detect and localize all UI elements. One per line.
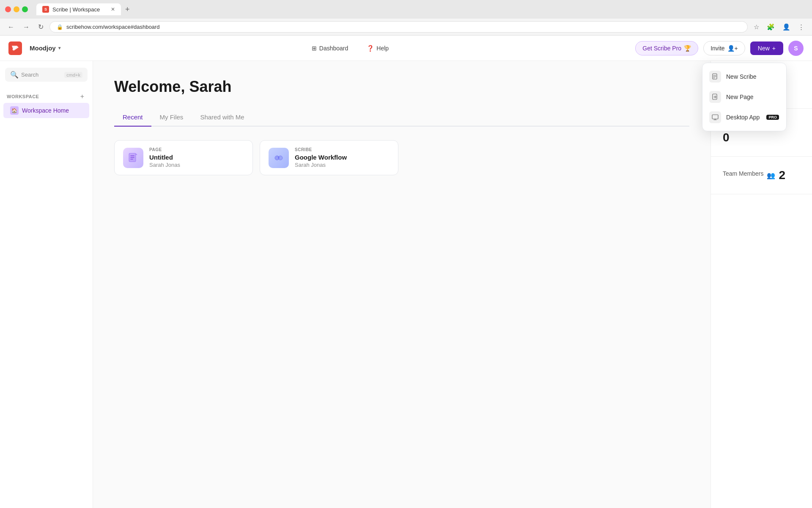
- scribe-card-author: Sarah Jonas: [295, 162, 390, 168]
- refresh-button[interactable]: ↻: [36, 21, 46, 33]
- invite-label: Invite: [710, 45, 724, 52]
- add-workspace-item-btn[interactable]: +: [79, 92, 86, 101]
- maximize-window-btn[interactable]: [22, 6, 28, 12]
- scribe-card-name: Google Workflow: [295, 154, 390, 161]
- tab-favicon: S: [42, 6, 49, 13]
- page-card-icon: [123, 148, 143, 168]
- help-nav-item[interactable]: ❓ Help: [362, 42, 393, 54]
- invite-button[interactable]: Invite 👤+: [703, 41, 745, 55]
- tab-my-files[interactable]: My Files: [151, 109, 192, 127]
- tab-title: Scribe | Workspace: [52, 6, 100, 13]
- tab-recent-label: Recent: [123, 113, 143, 121]
- user-avatar[interactable]: S: [788, 41, 804, 56]
- scribe-file-icon: [273, 152, 285, 164]
- nav-actions: ☆ 🧩 👤 ⋮: [751, 22, 807, 33]
- new-btn-label: New: [758, 45, 770, 52]
- browser-navigation: ← → ↻ 🔒 scribehow.com/workspace#dashboar…: [0, 19, 812, 35]
- person-add-icon: 👤+: [727, 45, 738, 52]
- page-card-type: PAGE: [149, 147, 244, 152]
- dashboard-nav-label: Dashboard: [319, 45, 348, 52]
- workspace-home-label: Workspace Home: [22, 107, 69, 114]
- files-grid: PAGE Untitled Sarah Jonas: [114, 140, 689, 175]
- home-icon: 🏠: [10, 106, 19, 115]
- scribe-card-info: SCRIBE Google Workflow Sarah Jonas: [295, 147, 390, 168]
- tab-recent[interactable]: Recent: [114, 109, 151, 127]
- url-text: scribehow.com/workspace#dashboard: [66, 24, 159, 30]
- scribe-card-icon: [269, 148, 289, 168]
- tab-my-files-label: My Files: [160, 113, 184, 121]
- search-placeholder: Search: [21, 72, 38, 78]
- page-card-author: Sarah Jonas: [149, 162, 244, 168]
- workspace-section-header: WORKSPACE +: [0, 88, 93, 103]
- dropdown-item-new-page[interactable]: New Page: [702, 87, 786, 107]
- avatar-initial: S: [794, 45, 798, 52]
- browser-titlebar: S Scribe | Workspace ✕ +: [0, 0, 812, 19]
- workspace-name-label: Moodjoy: [30, 44, 56, 52]
- new-page-label: New Page: [726, 94, 754, 100]
- scribe-card-type: SCRIBE: [295, 147, 390, 152]
- browser-chrome: S Scribe | Workspace ✕ + ← → ↻ 🔒 scribeh…: [0, 0, 812, 36]
- menu-btn[interactable]: ⋮: [796, 22, 807, 33]
- page-card-info: PAGE Untitled Sarah Jonas: [149, 147, 244, 168]
- tab-shared-label: Shared with Me: [200, 113, 244, 121]
- window-controls: [5, 6, 28, 12]
- file-card-scribe[interactable]: SCRIBE Google Workflow Sarah Jonas: [260, 140, 398, 175]
- pro-badge: PRO: [766, 115, 779, 120]
- search-box[interactable]: 🔍 Search cmd+k: [5, 68, 88, 82]
- page-card-name: Untitled: [149, 154, 244, 161]
- new-tab-button[interactable]: +: [123, 4, 132, 15]
- lock-icon: 🔒: [57, 24, 63, 30]
- dashboard-content: Welcome, Sarah Recent My Files Shared wi…: [93, 61, 710, 508]
- welcome-title: Welcome, Sarah: [114, 78, 689, 96]
- page-file-icon: [127, 152, 139, 164]
- get-pro-button[interactable]: Get Scribe Pro 🏆: [635, 41, 698, 55]
- new-scribe-icon: [709, 71, 721, 83]
- dropdown-item-desktop-app[interactable]: Desktop App PRO: [702, 107, 786, 127]
- dropdown-item-new-scribe[interactable]: New Scribe: [702, 66, 786, 87]
- new-page-icon: [709, 91, 721, 103]
- bookmark-btn[interactable]: ☆: [751, 22, 762, 33]
- workspace-dropdown[interactable]: Moodjoy ▼: [26, 43, 65, 53]
- browser-tabs: S Scribe | Workspace ✕ +: [36, 3, 807, 15]
- extensions-btn[interactable]: 🧩: [764, 22, 777, 33]
- svg-marker-2: [136, 153, 137, 155]
- sidebar-search-area: 🔍 Search cmd+k: [5, 68, 88, 82]
- profile-btn[interactable]: 👤: [780, 22, 793, 33]
- search-shortcut: cmd+k: [64, 72, 82, 78]
- team-members-card: Team Members 👥 2: [711, 157, 812, 194]
- tab-shared-with-me[interactable]: Shared with Me: [192, 109, 252, 127]
- search-icon: 🔍: [10, 71, 19, 79]
- team-members-row: Team Members 👥 2: [723, 168, 800, 182]
- forward-button[interactable]: →: [20, 22, 32, 33]
- minimize-window-btn[interactable]: [14, 6, 19, 12]
- close-window-btn[interactable]: [5, 6, 11, 12]
- nav-right: Get Scribe Pro 🏆 Invite 👤+ New + S: [635, 41, 804, 56]
- team-members-value: 2: [779, 168, 785, 182]
- top-navbar: Moodjoy ▼ ⊞ Dashboard ❓ Help Get Scribe …: [0, 36, 812, 61]
- workspace-section-title: WORKSPACE: [7, 94, 39, 99]
- sidebar: 🔍 Search cmd+k WORKSPACE + 🏠 Workspace H…: [0, 61, 93, 508]
- trophy-icon: 🏆: [684, 45, 691, 52]
- back-button[interactable]: ←: [5, 22, 17, 33]
- dashboard-nav-item[interactable]: ⊞ Dashboard: [307, 42, 353, 54]
- address-bar[interactable]: 🔒 scribehow.com/workspace#dashboard: [49, 21, 748, 33]
- file-card-page[interactable]: PAGE Untitled Sarah Jonas: [114, 140, 253, 175]
- plus-icon: +: [772, 45, 776, 52]
- sidebar-item-workspace-home[interactable]: 🏠 Workspace Home: [3, 103, 89, 118]
- team-members-label: Team Members: [723, 170, 763, 177]
- get-pro-label: Get Scribe Pro: [642, 45, 681, 52]
- main-area: 🔍 Search cmd+k WORKSPACE + 🏠 Workspace H…: [0, 61, 812, 508]
- active-tab[interactable]: S Scribe | Workspace ✕: [36, 3, 121, 15]
- logo-area: Moodjoy ▼: [8, 41, 65, 55]
- new-button[interactable]: New +: [750, 41, 783, 55]
- tab-close-btn[interactable]: ✕: [111, 6, 115, 12]
- chevron-down-icon: ▼: [58, 46, 62, 50]
- help-nav-label: Help: [376, 45, 389, 52]
- dashboard-grid-icon: ⊞: [312, 45, 317, 52]
- help-circle-icon: ❓: [367, 45, 374, 52]
- svg-rect-7: [712, 115, 718, 119]
- nav-center: ⊞ Dashboard ❓ Help: [74, 42, 627, 54]
- team-icon: 👥: [767, 171, 775, 179]
- total-claps-value: 0: [723, 131, 800, 144]
- new-dropdown-menu: New Scribe New Page Desktop App PRO: [702, 63, 787, 131]
